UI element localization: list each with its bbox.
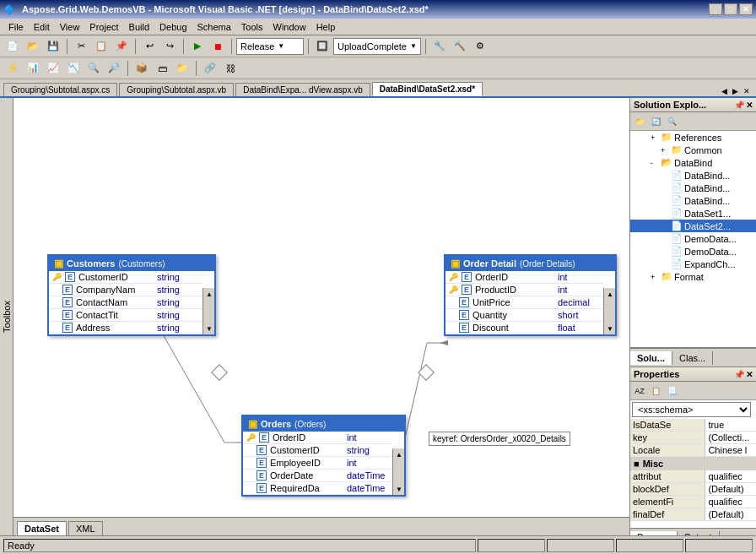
tb2-btn11[interactable]: ⛓: [221, 59, 240, 78]
expand-format[interactable]: +: [651, 273, 661, 281]
tb-icon3[interactable]: 🔨: [451, 37, 469, 56]
tree-databind1[interactable]: 📄 DataBind...: [630, 169, 756, 182]
customers-table[interactable]: ▣ Customers (Customers) 🔑 E CustomerID s…: [47, 254, 216, 336]
menu-window[interactable]: Window: [268, 20, 311, 34]
tb2-btn5[interactable]: 🔍: [84, 59, 103, 78]
tree-format[interactable]: + 📁 Format: [630, 270, 756, 283]
tree-demodata1[interactable]: 📄 DemoData...: [630, 232, 756, 245]
minimize-button[interactable]: _: [709, 3, 722, 15]
paste-button[interactable]: 📌: [112, 37, 131, 56]
tab-3[interactable]: DataBind\DataSet2.xsd*: [372, 82, 483, 96]
undo-button[interactable]: ↩: [140, 37, 159, 56]
tree-databind3[interactable]: 📄 DataBind...: [630, 194, 756, 207]
prop-val-key[interactable]: (Collecti...: [705, 432, 756, 443]
tb2-btn2[interactable]: 📊: [24, 59, 42, 78]
tb2-btn3[interactable]: 📈: [44, 59, 62, 78]
xml-tab[interactable]: XML: [68, 521, 103, 535]
orders-scrollbar[interactable]: ▲ ▼: [392, 448, 404, 495]
cut-button[interactable]: ✂: [72, 37, 90, 56]
prop-val-blockdef[interactable]: (Default): [705, 483, 756, 495]
order-details-table[interactable]: ▣ Order Detail (Order Details) 🔑 E Order…: [444, 254, 617, 336]
menu-view[interactable]: View: [55, 20, 85, 34]
sol-btn3[interactable]: 🔍: [664, 114, 679, 129]
expand-databind[interactable]: -: [651, 159, 661, 167]
stop-button[interactable]: ⏹: [208, 37, 227, 56]
od-scrollbar[interactable]: ▲ ▼: [603, 288, 615, 334]
prop-val-elementfi[interactable]: qualifiec: [705, 496, 756, 508]
customers-scroll-down[interactable]: ▼: [203, 323, 215, 334]
tb-icon1[interactable]: 🔲: [313, 37, 332, 56]
menu-file[interactable]: File: [3, 20, 29, 34]
tb2-btn9[interactable]: 📁: [173, 59, 192, 78]
prop-val-isdatase[interactable]: true: [705, 419, 756, 431]
expand-references[interactable]: +: [651, 133, 661, 142]
tab-close[interactable]: ✕: [741, 86, 753, 96]
dataset-tab[interactable]: DataSet: [17, 521, 67, 535]
tree-databind2[interactable]: 📄 DataBind...: [630, 182, 756, 194]
close-icon-prop[interactable]: ✕: [746, 370, 753, 379]
tb2-btn10[interactable]: 🔗: [201, 59, 219, 78]
tb-icon4[interactable]: ⚙: [471, 37, 489, 56]
menu-tools[interactable]: Tools: [236, 20, 268, 34]
prop-pages[interactable]: 📃: [664, 383, 679, 399]
tab-2[interactable]: DataBind\Expa... dView.aspx.vb: [235, 83, 370, 96]
tree-databind[interactable]: - 📂 DataBind: [630, 156, 756, 169]
tb2-btn1[interactable]: ⚡: [3, 59, 22, 78]
menu-debug[interactable]: Debug: [154, 20, 192, 34]
menu-help[interactable]: Help: [311, 20, 341, 34]
orders-table[interactable]: ▣ Orders (Orders) 🔑 E OrderID int E Cust…: [241, 415, 406, 497]
sol-btn2[interactable]: 🔄: [648, 114, 663, 129]
prop-sort-cat[interactable]: 📋: [648, 383, 663, 399]
tb-icon2[interactable]: 🔧: [430, 37, 449, 56]
section-expand-misc[interactable]: ■: [634, 459, 640, 469]
orders-scroll-up[interactable]: ▲: [393, 448, 405, 460]
save-button[interactable]: 💾: [44, 37, 62, 56]
tab-prev[interactable]: ◀: [719, 86, 730, 96]
tree-dataset2[interactable]: 📄 DataSet2...: [630, 220, 756, 232]
run-button[interactable]: ▶: [188, 37, 207, 56]
tree-demodata2[interactable]: 📄 DemoData...: [630, 245, 756, 258]
tb2-btn4[interactable]: 📉: [64, 59, 83, 78]
close-icon[interactable]: ✕: [746, 100, 753, 110]
prop-tab-props[interactable]: Prope...: [630, 531, 678, 536]
design-canvas[interactable]: ▣ Customers (Customers) 🔑 E CustomerID s…: [14, 98, 629, 535]
tb2-btn7[interactable]: 📦: [132, 59, 151, 78]
tb2-btn8[interactable]: 🗃: [153, 59, 171, 78]
prop-val-locale[interactable]: Chinese l: [705, 444, 756, 456]
tab-1[interactable]: Grouping\Subtotal.aspx.vb: [119, 83, 234, 96]
prop-tab-output[interactable]: Output: [678, 531, 720, 536]
pin-icon-prop[interactable]: 📌: [734, 370, 744, 379]
orders-scroll-down[interactable]: ▼: [393, 483, 405, 495]
menu-edit[interactable]: Edit: [29, 20, 55, 34]
side-tab-solution[interactable]: Solu...: [630, 351, 672, 365]
expand-common[interactable]: +: [661, 146, 671, 155]
tree-common[interactable]: + 📁 Common: [630, 144, 756, 156]
config-dropdown[interactable]: Release ▼: [236, 38, 304, 55]
menu-schema[interactable]: Schema: [192, 20, 236, 34]
prop-val-attribut[interactable]: qualifiec: [705, 470, 756, 482]
customers-scroll-up[interactable]: ▲: [203, 288, 215, 300]
tree-dataset1[interactable]: 📄 DataSet1...: [630, 207, 756, 220]
tree-expandch[interactable]: 📄 ExpandCh...: [630, 258, 756, 270]
tb2-btn6[interactable]: 🔎: [105, 59, 123, 78]
prop-val-finaldef[interactable]: (Default): [705, 508, 756, 520]
customers-scrollbar[interactable]: ▲ ▼: [202, 288, 214, 334]
prop-element-select[interactable]: <xs:schema>: [632, 402, 751, 417]
upload-dropdown[interactable]: UploadComplete ▼: [333, 38, 421, 55]
maximize-button[interactable]: □: [724, 3, 737, 15]
tree-references[interactable]: + 📁 References: [630, 131, 756, 144]
open-button[interactable]: 📂: [24, 37, 42, 56]
close-button[interactable]: ✕: [739, 3, 753, 15]
tab-next[interactable]: ▶: [730, 86, 741, 96]
pin-icon[interactable]: 📌: [734, 100, 744, 110]
od-scroll-up[interactable]: ▲: [604, 288, 616, 300]
copy-button[interactable]: 📋: [92, 37, 111, 56]
tab-0[interactable]: Grouping\Subtotal.aspx.cs: [3, 83, 117, 96]
menu-project[interactable]: Project: [84, 20, 123, 34]
menu-build[interactable]: Build: [124, 20, 154, 34]
side-tab-class[interactable]: Clas...: [672, 351, 713, 365]
sol-btn1[interactable]: 📁: [632, 114, 647, 129]
new-button[interactable]: 📄: [3, 37, 22, 56]
redo-button[interactable]: ↪: [160, 37, 179, 56]
od-scroll-down[interactable]: ▼: [604, 323, 616, 334]
